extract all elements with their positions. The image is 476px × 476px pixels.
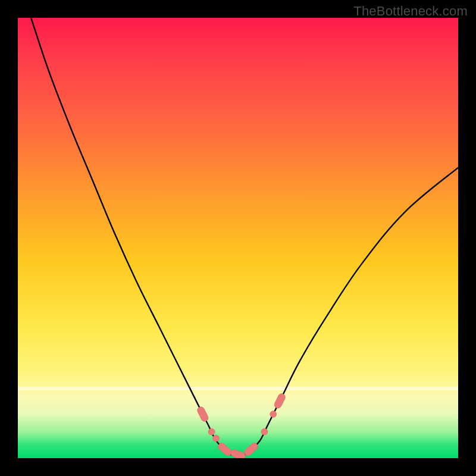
curve-marker-dot — [208, 428, 215, 435]
bottleneck-curve — [31, 18, 458, 457]
curve-marker-capsule — [196, 406, 209, 423]
curve-svg — [18, 18, 458, 458]
chart-frame: TheBottleneck.com — [0, 0, 476, 476]
curve-marker-capsule — [230, 449, 247, 458]
curve-marker-dot — [270, 411, 277, 418]
curve-marker-capsule — [273, 392, 286, 409]
curve-marker-dot — [213, 435, 220, 441]
plot-area — [18, 18, 458, 458]
curve-marker-capsule — [217, 441, 233, 457]
watermark-text: TheBottleneck.com — [353, 4, 468, 19]
curve-marker-dot — [261, 428, 268, 435]
curve-marker-capsule — [243, 441, 259, 457]
curve-markers — [196, 392, 287, 458]
